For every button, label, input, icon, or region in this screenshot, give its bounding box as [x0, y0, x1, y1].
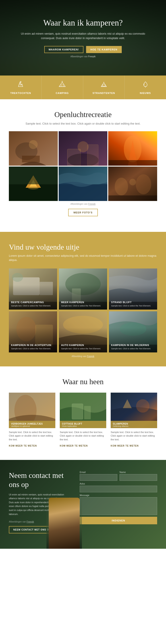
strandtenten-icon	[100, 80, 108, 90]
svg-rect-52	[72, 404, 83, 419]
svg-rect-26	[108, 196, 157, 201]
svg-rect-14	[108, 160, 157, 166]
trektochten-icon	[17, 80, 25, 90]
hero-buttons: WAAROM KAMPEREN! HOE TE KAMPEREN	[18, 46, 148, 53]
camp-label-4: AUTO KAMPEREN Sample text. Click to sele…	[61, 344, 105, 350]
camp-label-0: BESTE CAMPERCAMPING Sample text. Click t…	[11, 301, 55, 307]
form-row-top: Email Name	[80, 471, 157, 481]
camp-label-3: KAMPEREN IN DE ACHTERTUIN Sample text. C…	[11, 344, 55, 350]
why-camping-button[interactable]: WAAROM KAMPEREN!	[44, 46, 83, 53]
camping-label: CAMPING	[56, 92, 69, 94]
where-img-2: GLAMPEREN Oefening ullamco	[111, 392, 157, 428]
camp-grid: BESTE CAMPERCAMPING Sample text. Click t…	[9, 268, 157, 352]
submit-button[interactable]: INDIENEN	[80, 517, 157, 524]
svg-point-9	[78, 141, 88, 152]
address-group: Adss	[80, 482, 157, 492]
svg-point-55	[136, 399, 149, 412]
where-img-1: COTTAGE BLIJFT Onze toplocaties	[60, 392, 106, 428]
message-group: Message	[80, 494, 157, 515]
contact-section: Neem contact met ons op Ut enim ad minim…	[0, 460, 166, 549]
where-badge-2: GLAMPEREN Oefening ullamco	[111, 421, 157, 428]
email-group: Email	[80, 471, 117, 481]
camp-card-0[interactable]: BESTE CAMPERCAMPING Sample text. Click t…	[9, 268, 57, 310]
find-subtitle: Lorem ipsum dolor sit amet, consectetur …	[9, 254, 157, 262]
outdoor-subtitle: Sample text. Click to select the text bo…	[9, 122, 157, 126]
find-title: Vind uw volgende uitje	[9, 243, 157, 252]
message-label: Message	[80, 494, 157, 496]
where-badge-0: VERBORGEN JUWEELTJES Verblijven in opkom…	[9, 421, 55, 428]
find-section: Vind uw volgende uitje Lorem ipsum dolor…	[0, 232, 166, 366]
outdoor-photo-4	[9, 166, 58, 201]
address-label: Adss	[80, 482, 157, 485]
where-readmore-0[interactable]: KOM MEER TE WETEN	[9, 444, 37, 447]
contact-title: Neem contact met ons op	[9, 471, 71, 489]
nav-trektochten[interactable]: TREKTOCHTEN	[0, 76, 42, 99]
hero-description: Ut enim ad mirem veniam, quis nostrud ex…	[18, 32, 148, 41]
nav-icons-bar: TREKTOCHTEN CAMPING STRANDTENTEN	[0, 76, 166, 99]
how-to-camp-button[interactable]: HOE TE KAMPEREN	[86, 46, 122, 53]
where-readmore-1[interactable]: KOM MEER TE WETEN	[60, 444, 88, 447]
where-card-1[interactable]: COTTAGE BLIJFT Onze toplocaties Sample t…	[60, 392, 106, 448]
where-grid: VERBORGEN JUWEELTJES Verblijven in opkom…	[9, 392, 157, 448]
where-text-2: Sample text. Click to select the text bo…	[111, 430, 157, 442]
camp-label-5: KAMPEREN IN DE WILDERNIS Sample text. Cl…	[111, 344, 155, 350]
outdoor-credit: Afbeeldingen van Freepik	[9, 203, 157, 205]
where-card-2[interactable]: GLAMPEREN Oefening ullamco Sample text. …	[111, 392, 157, 448]
email-input[interactable]	[80, 474, 117, 481]
contact-form: Email Name Adss Message	[80, 471, 157, 534]
svg-point-6	[29, 140, 38, 149]
svg-rect-20	[9, 166, 58, 184]
more-photos-button[interactable]: MEER FOTO'S	[68, 209, 98, 216]
strandtenten-label: STRANDTENTEN	[92, 92, 115, 94]
outdoor-photo-6	[108, 166, 157, 201]
nieuws-icon	[141, 80, 149, 90]
where-badge-1: COTTAGE BLIJFT Onze toplocaties	[60, 421, 106, 428]
svg-point-25	[136, 174, 151, 194]
contact-person-image	[46, 493, 82, 549]
outdoor-photo-2	[59, 131, 108, 166]
address-input[interactable]	[80, 486, 157, 492]
form-row-address: Adss	[80, 482, 157, 492]
hero-title: Waar kan ik kamperen?	[18, 18, 148, 28]
svg-rect-53	[84, 406, 91, 419]
where-card-0[interactable]: VERBORGEN JUWEELTJES Verblijven in opkom…	[9, 392, 55, 448]
outdoor-photo-5	[59, 166, 108, 201]
name-input[interactable]	[120, 474, 157, 481]
outdoor-section: Openluchtrecreatie Sample text. Click to…	[0, 99, 166, 232]
camp-card-5[interactable]: KAMPEREN IN DE WILDERNIS Sample text. Cl…	[109, 311, 157, 352]
camp-card-4[interactable]: AUTO KAMPEREN Sample text. Click to sele…	[59, 311, 107, 352]
outdoor-photo-3	[108, 131, 157, 166]
nav-nieuws[interactable]: NIEUWS	[125, 76, 166, 99]
nav-camping[interactable]: CAMPING	[42, 76, 83, 99]
svg-rect-5	[22, 156, 40, 162]
svg-point-19	[28, 186, 39, 190]
email-label: Email	[80, 471, 117, 474]
svg-point-24	[115, 178, 128, 196]
where-section: Waar nu heen VERBORGEN JUWEELTJES Verbli…	[0, 366, 166, 460]
hero-section: Waar kan ik kamperen? Ut enim ad mirem v…	[0, 0, 166, 76]
outdoor-title: Openluchtrecreatie	[9, 110, 157, 119]
where-text-0: Sample text. Click to select the text bo…	[9, 430, 55, 442]
trektochten-label: TREKTOCHTEN	[10, 92, 31, 94]
svg-point-27	[129, 179, 136, 186]
where-readmore-2[interactable]: KOM MEER TE WETEN	[111, 444, 139, 447]
where-title: Waar nu heen	[9, 378, 157, 386]
contact-inner: Neem contact met ons op Ut enim ad minim…	[9, 471, 157, 534]
nieuws-label: NIEUWS	[140, 92, 151, 94]
where-img-0: VERBORGEN JUWEELTJES Verblijven in opkom…	[9, 392, 55, 428]
message-textarea[interactable]	[80, 497, 157, 515]
where-text-1: Sample text. Click to select the text bo…	[60, 430, 106, 442]
camping-icon	[58, 80, 66, 90]
outdoor-photo-1	[9, 131, 58, 166]
outdoor-photo-grid	[9, 131, 157, 201]
svg-rect-11	[87, 144, 98, 166]
nav-strandtenten[interactable]: STRANDTENTEN	[83, 76, 125, 99]
camp-label-2: STRAND BLIJFT Sample text. Click to sele…	[111, 301, 155, 307]
camp-card-1[interactable]: MEER KAMPEREN Sample text. Click to sele…	[59, 268, 107, 310]
camp-card-2[interactable]: STRAND BLIJFT Sample text. Click to sele…	[109, 268, 157, 310]
camp-card-3[interactable]: KAMPEREN IN DE ACHTERTUIN Sample text. C…	[9, 311, 57, 352]
hero-credit: Afbeeldingen van Freepik	[18, 55, 148, 58]
camp-label-1: MEER KAMPEREN Sample text. Click to sele…	[61, 301, 105, 307]
find-credit: Afbeelding van Freepik	[9, 355, 157, 358]
name-group: Name	[120, 471, 157, 481]
